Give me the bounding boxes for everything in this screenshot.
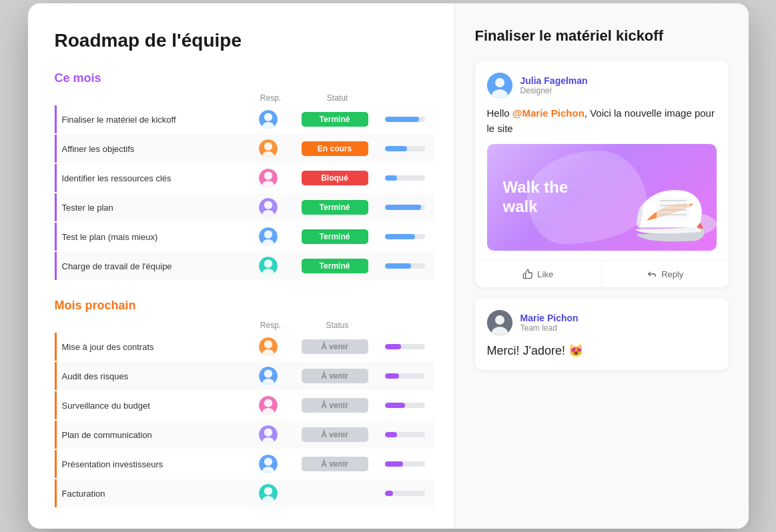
like-button[interactable]: Like	[475, 261, 603, 287]
resp-avatar	[259, 367, 278, 385]
svg-point-22	[264, 369, 272, 377]
avatar-marie	[487, 310, 512, 335]
mention-marie: @Marie Pichon	[512, 107, 585, 119]
task-row: Tester le plan Terminé	[55, 193, 434, 221]
reply-button[interactable]: Reply	[602, 261, 729, 287]
header-resp-1: Resp.	[248, 93, 294, 103]
task-status: À venir	[292, 457, 378, 471]
status-badge: Terminé	[302, 229, 368, 244]
status-badge: À venir	[302, 427, 368, 442]
resp-avatar	[259, 396, 278, 415]
svg-point-28	[264, 428, 272, 436]
status-badge: À venir	[302, 369, 368, 383]
svg-point-46	[495, 315, 504, 325]
status-badge: Terminé	[302, 259, 368, 273]
comment-body-1: Hello @Marie Pichon, Voici la nouvelle i…	[487, 106, 717, 136]
task-status: À venir	[292, 369, 378, 383]
resp-avatar	[259, 139, 278, 158]
right-title: Finaliser le matériel kickoff	[475, 27, 729, 45]
task-progress	[378, 373, 432, 379]
task-row: Mise à jour des contrats À venir	[55, 333, 434, 361]
shoe-illustration	[590, 151, 717, 251]
task-row: Facturation	[55, 479, 434, 507]
task-resp	[245, 455, 292, 473]
task-name: Facturation	[62, 489, 245, 499]
task-progress	[378, 117, 432, 122]
app-container: Roadmap de l'équipe Ce mois Resp. Statut…	[28, 3, 749, 529]
task-row: Plan de communication À venir	[55, 421, 434, 449]
task-progress	[378, 146, 432, 151]
svg-point-4	[264, 142, 272, 150]
commenter-name-2: Marie Pichon	[520, 313, 578, 323]
resp-avatar	[259, 484, 278, 503]
task-row: Affiner les objectifs En cours	[55, 135, 434, 163]
commenter-name-1: Julia Fagelman	[520, 75, 588, 86]
svg-point-19	[264, 340, 272, 348]
task-progress	[378, 205, 432, 210]
svg-point-37	[495, 78, 504, 87]
svg-point-10	[264, 201, 272, 209]
status-badge: À venir	[302, 339, 368, 354]
task-status: Terminé	[292, 112, 378, 127]
header-resp-2: Resp.	[248, 321, 294, 330]
svg-point-7	[264, 171, 272, 179]
task-status: À venir	[292, 398, 378, 413]
section-mois-prochain: Mois prochain Resp. Status Mise à jour d…	[55, 299, 434, 507]
resp-avatar	[259, 337, 278, 356]
task-progress	[378, 403, 432, 408]
task-row: Finaliser le matériel de kickoff Terminé	[55, 105, 434, 133]
task-resp	[245, 169, 292, 187]
task-resp	[245, 425, 292, 444]
section-ce-mois: Ce mois Resp. Statut Finaliser le matéri…	[55, 71, 434, 280]
task-name: Surveillance du budget	[62, 401, 245, 411]
task-resp	[245, 337, 292, 356]
task-name: Présentation investisseurs	[62, 459, 245, 469]
task-row: Surveillance du budget À venir	[55, 391, 434, 419]
task-status: À venir	[292, 339, 378, 354]
header-statut: Statut	[294, 93, 381, 103]
comment-header-2: Marie Pichon Team lead	[487, 310, 717, 335]
svg-point-34	[264, 487, 272, 495]
task-row: Présentation investisseurs À venir	[55, 450, 434, 478]
task-progress	[378, 491, 432, 496]
status-badge: À venir	[302, 457, 368, 471]
status-badge: À venir	[302, 398, 368, 413]
section-title-mois-prochain: Mois prochain	[55, 299, 434, 313]
task-progress	[378, 461, 432, 467]
task-resp	[245, 110, 292, 129]
task-progress	[378, 344, 432, 349]
task-name: Charge de travail de l'équipe	[62, 261, 245, 271]
task-status: Terminé	[292, 259, 378, 273]
task-progress	[378, 175, 432, 181]
task-name: Tester le plan	[62, 203, 245, 213]
task-name: Plan de communication	[62, 430, 245, 440]
task-progress	[378, 234, 432, 239]
task-list-ce-mois: Finaliser le matériel de kickoff Terminé…	[55, 105, 434, 280]
svg-point-1	[264, 113, 272, 121]
commenter-role-1: Designer	[520, 86, 588, 95]
section-title-ce-mois: Ce mois	[55, 71, 434, 85]
left-panel: Roadmap de l'équipe Ce mois Resp. Statut…	[28, 3, 455, 529]
comment-card-2: Marie Pichon Team lead Merci! J'adore! 😻	[475, 298, 729, 370]
task-name: Affiner les objectifs	[62, 144, 245, 154]
task-progress	[378, 432, 432, 437]
task-row: Test le plan (mais mieux) Terminé	[55, 223, 434, 251]
task-name: Finaliser le matériel de kickoff	[62, 115, 245, 125]
task-resp	[245, 227, 292, 246]
status-badge: En cours	[302, 141, 368, 156]
task-name: Audit des risques	[62, 371, 245, 381]
task-resp	[245, 396, 292, 415]
task-status: Terminé	[292, 229, 378, 244]
task-resp	[245, 484, 292, 503]
resp-avatar	[259, 257, 278, 275]
svg-point-13	[264, 230, 272, 238]
task-list-mois-prochain: Mise à jour des contrats À venir Audit d…	[55, 333, 434, 507]
svg-point-31	[264, 457, 272, 465]
task-progress	[378, 263, 432, 269]
table-header-ce-mois: Resp. Statut	[55, 93, 434, 105]
task-resp	[245, 257, 292, 275]
reply-icon	[647, 269, 657, 279]
task-row: Charge de travail de l'équipe Terminé	[55, 252, 434, 280]
resp-avatar	[259, 169, 278, 187]
svg-point-16	[264, 259, 272, 267]
